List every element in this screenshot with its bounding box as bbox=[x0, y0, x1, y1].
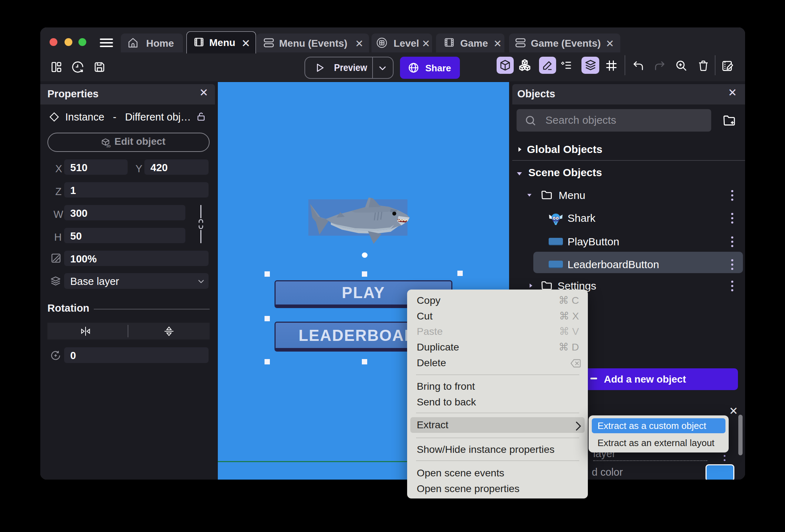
svg-text:2D: 2D bbox=[107, 144, 111, 148]
